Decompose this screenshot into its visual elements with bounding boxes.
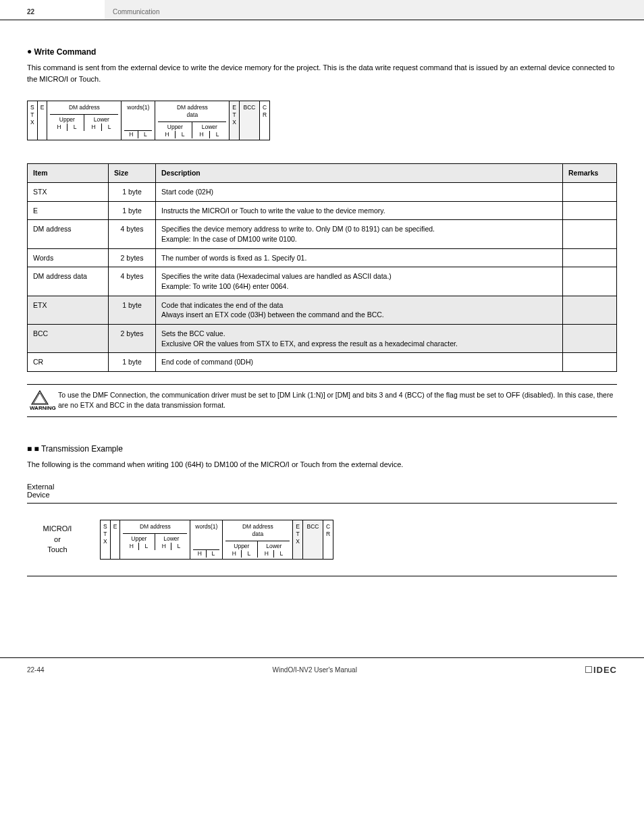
tx-cr: C R: [323, 520, 333, 560]
transmission-example-intro: The following is the command when writin…: [27, 459, 617, 470]
frame-bcc: BCC: [240, 101, 260, 140]
external-device-label: External Device: [27, 483, 617, 499]
table-row: ETX1 byteCode that indicates the end of …: [28, 296, 617, 324]
micro-i-touch-label: MICRO/I or Touch: [27, 524, 88, 555]
tx-words: words(1) HL: [190, 520, 223, 560]
warning-icon: WARNING: [30, 390, 50, 411]
frame-cr: C R: [260, 101, 270, 140]
table-row: BCC2 bytesSets the BCC value. Exclusive …: [28, 325, 617, 353]
idec-logo: IDEC: [585, 665, 617, 675]
table-row: DM address data4 bytesSpecifies the writ…: [28, 267, 617, 296]
write-command-frame: S T X E DM address Upper HL Lower HL wor…: [27, 101, 270, 140]
frame-etx: E T X: [230, 101, 240, 140]
chapter-title: Communication: [105, 0, 644, 20]
th-remarks: Remarks: [563, 164, 617, 183]
table-row: STX1 byteStart code (02H): [28, 182, 617, 201]
tx-e: E: [111, 520, 121, 560]
table-row: Words2 bytesThe number of words is fixed…: [28, 248, 617, 267]
frame-e: E: [38, 101, 48, 140]
frame-dm-data: DM address data Upper HL Lower HL: [155, 101, 230, 140]
tx-stx: S T X: [100, 520, 111, 560]
frame-stx: S T X: [27, 101, 38, 140]
write-command-intro: This command is sent from the external d…: [27, 62, 617, 84]
manual-title: WindO/I-NV2 User's Manual: [273, 666, 357, 674]
th-item: Item: [28, 164, 109, 183]
page-footer: 22-44 WindO/I-NV2 User's Manual IDEC: [0, 657, 644, 675]
chapter-number: 22: [0, 0, 105, 20]
warning-box: WARNING To use the DMF Connection, the c…: [27, 384, 617, 417]
transmission-example-heading: ■ ■ Transmission Example: [27, 444, 617, 454]
table-row: CR1 byteEnd code of command (0DH): [28, 353, 617, 372]
field-description-table: Item Size Description Remarks STX1 byteS…: [27, 163, 617, 372]
communication-diagram: MICRO/I or Touch S T X E DM address Uppe…: [27, 503, 617, 576]
tx-etx: E T X: [293, 520, 303, 560]
tx-dm-data: DM address data Upper HL Lower HL: [223, 520, 293, 560]
page-number: 22-44: [27, 666, 45, 674]
table-row: E1 byteInstructs the MICRO/I or Touch to…: [28, 201, 617, 220]
tx-dm-address: DM address Upper HL Lower HL: [120, 520, 190, 560]
frame-dm-address: DM address Upper HL Lower HL: [47, 101, 122, 140]
th-desc: Description: [156, 164, 563, 183]
tx-bcc: BCC: [303, 520, 323, 560]
write-command-heading: ● Write Command: [27, 47, 617, 57]
table-row: DM address4 bytesSpecifies the device me…: [28, 220, 617, 248]
frame-words: words(1) HL: [122, 101, 155, 140]
th-size: Size: [109, 164, 156, 183]
warning-text: To use the DMF Connection, the communica…: [58, 390, 614, 410]
